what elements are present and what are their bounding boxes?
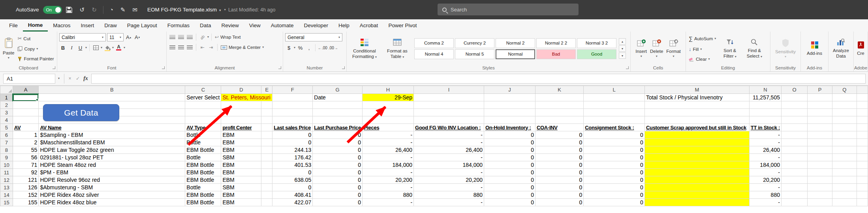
cell-O13[interactable] [781, 184, 807, 191]
cell-L1[interactable] [584, 94, 645, 101]
cell-A1[interactable] [13, 94, 39, 101]
title-chevron-icon[interactable]: ▾ [219, 8, 221, 12]
cell-L10[interactable]: 0 [584, 161, 645, 169]
cell-G11[interactable]: 0 [313, 169, 363, 176]
row-header-6[interactable]: 6 [0, 131, 13, 139]
cell-E3[interactable] [261, 109, 272, 116]
cell-C1[interactable]: Server Select [185, 94, 221, 101]
insert-function-icon[interactable]: fx [82, 75, 90, 82]
cell-H12[interactable]: 20,200 [362, 176, 413, 184]
cell-B8[interactable]: HDPE Law Toggle 28oz green [39, 146, 185, 154]
format-cells-button[interactable]: Format ▾ [665, 38, 681, 59]
cell-A9[interactable]: 56 [13, 154, 39, 161]
save-icon[interactable] [66, 6, 73, 13]
cell-C5[interactable]: AV Type [185, 124, 221, 131]
cell-F10[interactable]: 401.53 [272, 161, 313, 169]
font-size-select[interactable]: 11 ▾ [107, 33, 124, 41]
search-box[interactable]: Search [438, 4, 579, 15]
cell-F5[interactable]: Last sales Price [272, 124, 313, 131]
cell-H8[interactable]: 26,400 [362, 146, 413, 154]
cell-J14[interactable]: 0 [484, 191, 535, 199]
menu-tab-automate[interactable]: Automate [266, 19, 299, 32]
row-header-12[interactable]: 12 [0, 176, 13, 184]
cell-H9[interactable]: - [362, 154, 413, 161]
cell-D3[interactable] [221, 109, 261, 116]
cell-P3[interactable] [808, 109, 832, 116]
cell-G6[interactable]: 0 [313, 131, 363, 139]
cell-D4[interactable] [221, 116, 261, 124]
cell-D11[interactable]: EBM [221, 169, 261, 176]
cell-H10[interactable]: 184,000 [362, 161, 413, 169]
history-icon[interactable]: ◔ [110, 6, 113, 13]
cell-I11[interactable]: - [414, 169, 484, 176]
menu-tab-developer[interactable]: Developer [299, 19, 334, 32]
cell-F3[interactable] [272, 109, 313, 116]
font-name-select[interactable]: Calibri ▾ [59, 33, 106, 41]
cell-L3[interactable] [584, 109, 645, 116]
cell-E10[interactable] [261, 161, 272, 169]
cell-M4[interactable] [644, 116, 749, 124]
pen-icon[interactable]: ✎ [120, 6, 126, 13]
cell-E9[interactable] [261, 154, 272, 161]
redo-icon[interactable]: ↻ [92, 6, 97, 13]
cell-J1[interactable] [484, 94, 535, 101]
conditional-formatting-button[interactable]: Conditional Formatting ▾ [349, 33, 380, 64]
cut-button[interactable]: ✂ Cut [17, 35, 54, 42]
menu-tab-review[interactable]: Review [216, 19, 244, 32]
alignment-dialog-launcher-icon[interactable] [278, 66, 281, 69]
cell-F11[interactable]: 0 [272, 169, 313, 176]
col-header-J[interactable]: J [484, 86, 535, 94]
cell-J10[interactable]: 0 [484, 161, 535, 169]
style-chip-normal-2[interactable]: Normal 2 [496, 38, 535, 48]
col-header-N[interactable]: N [749, 86, 781, 94]
cell-K12[interactable]: 0 [535, 176, 583, 184]
cell-J11[interactable]: 0 [484, 169, 535, 176]
cell-I12[interactable]: 20,200 [414, 176, 484, 184]
cell-O10[interactable] [781, 161, 807, 169]
cell-O14[interactable] [781, 191, 807, 199]
cell-N10[interactable]: 184,000 [749, 161, 781, 169]
cell-P8[interactable] [808, 146, 832, 154]
cell-G15[interactable]: 0 [313, 199, 363, 206]
cell-I14[interactable]: 880 [414, 191, 484, 199]
format-as-table-button[interactable]: Format as Table ▾ [382, 33, 413, 64]
cell-Q3[interactable] [832, 109, 857, 116]
cell-N11[interactable]: - [749, 169, 781, 176]
cell-A3[interactable] [13, 109, 39, 116]
cell-N3[interactable] [749, 109, 781, 116]
cell-C13[interactable]: Bottle [185, 184, 221, 191]
cell-P6[interactable] [808, 131, 832, 139]
cell-C12[interactable]: EBM Bottle [185, 176, 221, 184]
cell-N4[interactable] [749, 116, 781, 124]
col-header-H[interactable]: H [362, 86, 413, 94]
font-dialog-launcher-icon[interactable] [162, 66, 165, 69]
font-color-button[interactable]: A [115, 44, 122, 52]
cell-E2[interactable] [261, 101, 272, 109]
cell-O2[interactable] [781, 101, 807, 109]
cell-F8[interactable]: 244.13 [272, 146, 313, 154]
cell-D8[interactable]: EBM [221, 146, 261, 154]
menu-tab-view[interactable]: View [244, 19, 266, 32]
col-header-B[interactable]: B [39, 86, 185, 94]
cell-I7[interactable]: - [414, 139, 484, 146]
cell-Q6[interactable] [832, 131, 857, 139]
cell-P4[interactable] [808, 116, 832, 124]
style-chip-bad[interactable]: Bad [536, 49, 576, 59]
cell-B6[interactable]: $Sampling - EBM [39, 131, 185, 139]
cell-G12[interactable]: 0 [313, 176, 363, 184]
cell-N2[interactable] [749, 101, 781, 109]
col-header-K[interactable]: K [535, 86, 583, 94]
cell-Q10[interactable] [832, 161, 857, 169]
cell-F6[interactable]: 0 [272, 131, 313, 139]
cell-N12[interactable]: 20,200 [749, 176, 781, 184]
cell-C9[interactable]: Bottle [185, 154, 221, 161]
menu-tab-file[interactable]: File [4, 19, 23, 32]
cell-K5[interactable]: COA-INV [535, 124, 583, 131]
cell-H4[interactable] [362, 116, 413, 124]
cell-L6[interactable]: 0 [584, 131, 645, 139]
menu-tab-help[interactable]: Help [333, 19, 355, 32]
cell-A2[interactable] [13, 101, 39, 109]
cell-L13[interactable]: 0 [584, 184, 645, 191]
cell-G3[interactable] [313, 109, 363, 116]
cell-K8[interactable]: 0 [535, 146, 583, 154]
